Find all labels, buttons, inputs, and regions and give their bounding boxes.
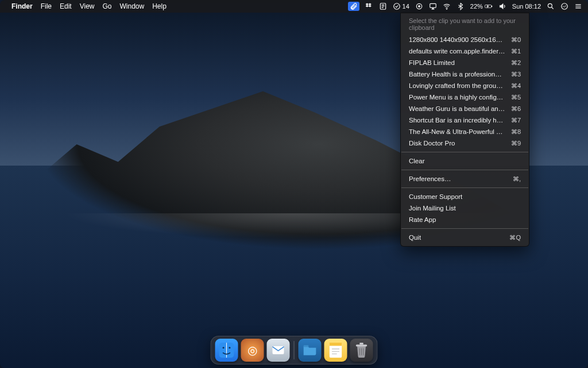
- menu-file[interactable]: File: [41, 2, 52, 10]
- separator: [401, 152, 528, 152]
- battery-icon[interactable]: 22%: [470, 2, 493, 10]
- svg-point-1: [393, 3, 400, 10]
- clipboard-dropdown: Select the clip you want to add to your …: [400, 13, 529, 247]
- clip-item-4[interactable]: Lovingly crafted from the ground up, Min…: [401, 80, 529, 91]
- rate-item[interactable]: Rate App: [401, 214, 529, 225]
- clip-item-2[interactable]: FIPLAB Limited⌘2: [401, 57, 529, 68]
- dock-documents[interactable]: [299, 339, 322, 362]
- mailing-item[interactable]: Join Mailing List: [401, 202, 529, 214]
- svg-point-11: [223, 347, 225, 348]
- menu-edit[interactable]: Edit: [60, 2, 72, 10]
- airplay-icon[interactable]: [429, 2, 437, 10]
- check-count-icon[interactable]: 14: [393, 2, 409, 10]
- svg-rect-17: [356, 344, 368, 346]
- svg-rect-18: [359, 343, 363, 344]
- svg-rect-7: [492, 6, 492, 7]
- menu-help[interactable]: Help: [152, 2, 167, 10]
- svg-point-3: [418, 5, 420, 7]
- volume-icon[interactable]: [498, 2, 506, 10]
- quit-item[interactable]: Quit⌘Q: [401, 232, 529, 243]
- app-menu[interactable]: Finder: [11, 2, 33, 10]
- clip-item-7[interactable]: Shortcut Bar is an incredibly handy app …: [401, 114, 529, 126]
- clip-item-8[interactable]: The All-New & Ultra-Powerful Disk Cleane…: [401, 126, 529, 137]
- status-area: 14 22% Sun 08:12: [348, 2, 582, 11]
- svg-rect-14: [304, 345, 309, 347]
- svg-point-8: [548, 3, 552, 7]
- separator: [401, 170, 528, 170]
- dropbox-icon[interactable]: [365, 2, 373, 10]
- spotlight-icon[interactable]: [547, 2, 555, 10]
- clip-item-5[interactable]: Power Menu is a highly configurable Find…: [401, 91, 529, 103]
- separator: [401, 187, 528, 188]
- svg-rect-13: [273, 346, 284, 354]
- dock: ◎: [211, 336, 378, 365]
- separator: [401, 228, 528, 229]
- dock-trash[interactable]: [350, 339, 373, 362]
- control-center-icon[interactable]: [574, 2, 582, 10]
- svg-rect-16: [330, 343, 342, 346]
- clip-item-9[interactable]: Disk Doctor Pro⌘9: [401, 137, 529, 149]
- dock-finder[interactable]: [215, 339, 238, 362]
- menubar: Finder File Edit View Go Window Help 14: [0, 0, 588, 13]
- menu-view[interactable]: View: [80, 2, 95, 10]
- dropdown-hint: Select the clip you want to add to your …: [401, 16, 529, 34]
- wifi-icon[interactable]: [443, 2, 451, 10]
- dock-notes[interactable]: [324, 339, 347, 362]
- clip-item-1[interactable]: defaults write com.apple.finder CreateDe…: [401, 45, 529, 57]
- clock-text[interactable]: Sun 08:12: [512, 3, 541, 10]
- menu-go[interactable]: Go: [103, 2, 112, 10]
- svg-point-9: [562, 3, 568, 10]
- paperclip-icon[interactable]: [348, 2, 359, 11]
- clip-item-3[interactable]: Battery Health is a professional battery…: [401, 68, 529, 80]
- menu-window[interactable]: Window: [120, 2, 145, 10]
- svg-point-12: [229, 347, 230, 348]
- preferences-item[interactable]: Preferences…⌘,: [401, 173, 529, 185]
- clear-item[interactable]: Clear: [401, 155, 529, 167]
- notes-icon[interactable]: [379, 2, 387, 10]
- check-count-value: 14: [403, 3, 409, 10]
- target-icon[interactable]: [415, 2, 423, 10]
- dock-divider: [294, 341, 295, 359]
- siri-icon[interactable]: [560, 2, 568, 10]
- bluetooth-icon[interactable]: [457, 2, 465, 10]
- support-item[interactable]: Customer Support: [401, 191, 529, 202]
- battery-pct: 22%: [470, 3, 483, 10]
- dock-app-2[interactable]: ◎: [241, 339, 264, 362]
- svg-rect-4: [430, 3, 436, 7]
- svg-point-5: [446, 9, 447, 10]
- clip-item-6[interactable]: Weather Guru is a beautiful and highly a…: [401, 103, 529, 114]
- clip-item-0[interactable]: 1280x800 1440x900 2560x1600 2880x1800⌘0: [401, 34, 529, 45]
- dock-mail[interactable]: [267, 339, 290, 362]
